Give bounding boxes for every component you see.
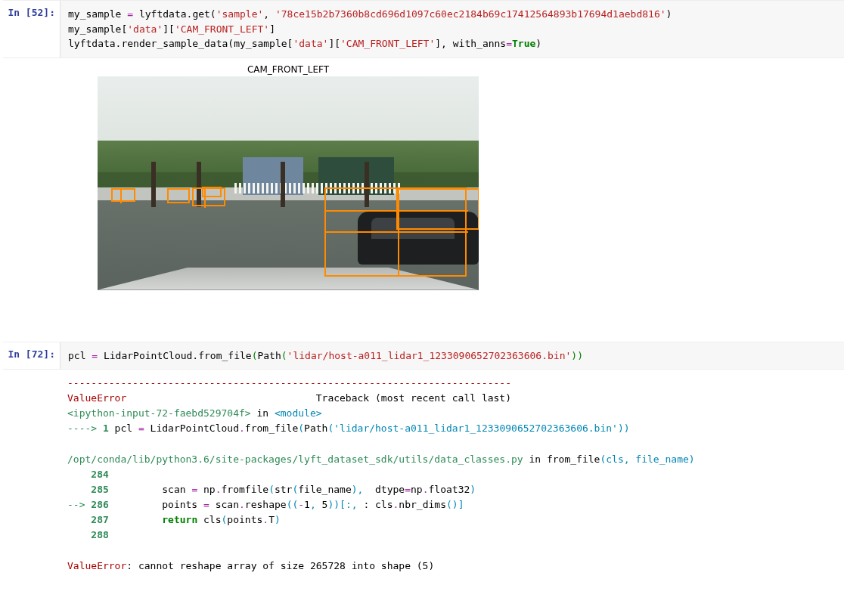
traceback-lineno: 284 bbox=[67, 469, 109, 480]
code-line: my_sample['data']['CAM_FRONT_LEFT'] bbox=[68, 23, 275, 35]
error-name: ValueError bbox=[67, 392, 126, 404]
output-prompt bbox=[3, 370, 60, 580]
code-line: my_sample = lyftdata.get('sample', '78ce… bbox=[68, 8, 672, 20]
cam-front-left-image bbox=[98, 76, 479, 290]
spacer bbox=[3, 296, 844, 342]
traceback-arrow: --> bbox=[67, 499, 91, 510]
code-cell-72[interactable]: In [72]: pcl = LidarPointCloud.from_file… bbox=[3, 342, 844, 370]
traceback-arrow: ----> bbox=[67, 423, 103, 434]
traceback-separator: ----------------------------------------… bbox=[67, 377, 511, 388]
error-name: ValueError bbox=[67, 560, 126, 571]
error-message: : cannot reshape array of size 265728 in… bbox=[126, 560, 434, 571]
image-output: CAM_FRONT_LEFT bbox=[60, 58, 844, 296]
output-cell-52: CAM_FRONT_LEFT bbox=[3, 58, 844, 296]
code-line: lyftdata.render_sample_data(my_sample['d… bbox=[68, 38, 541, 49]
traceback-output: ----------------------------------------… bbox=[60, 370, 844, 580]
annotation-box bbox=[396, 188, 479, 230]
annotation-box bbox=[167, 188, 190, 203]
code-input-area[interactable]: my_sample = lyftdata.get('sample', '78ce… bbox=[60, 1, 844, 57]
code-input-area[interactable]: pcl = LidarPointCloud.from_file(Path('li… bbox=[60, 342, 844, 370]
annotation-box bbox=[202, 187, 222, 197]
traceback-lineno: 285 bbox=[67, 484, 109, 495]
traceback-lineno: 287 bbox=[67, 514, 109, 525]
notebook: In [52]: my_sample = lyftdata.get('sampl… bbox=[0, 0, 844, 580]
input-prompt: In [52]: bbox=[3, 1, 60, 57]
traceback-frame-location: <ipython-input-72-faebd529704f> bbox=[67, 407, 251, 419]
output-cell-72: ----------------------------------------… bbox=[3, 370, 844, 580]
annotation-box bbox=[111, 188, 135, 202]
code-line: pcl = LidarPointCloud.from_file(Path('li… bbox=[68, 350, 583, 361]
input-prompt: In [72]: bbox=[3, 342, 60, 370]
image-title: CAM_FRONT_LEFT bbox=[98, 64, 479, 75]
traceback-lineno: 288 bbox=[67, 529, 109, 540]
output-prompt bbox=[3, 58, 60, 296]
traceback-frame-location: /opt/conda/lib/python3.6/site-packages/l… bbox=[67, 453, 523, 465]
code-cell-52[interactable]: In [52]: my_sample = lyftdata.get('sampl… bbox=[3, 0, 844, 58]
